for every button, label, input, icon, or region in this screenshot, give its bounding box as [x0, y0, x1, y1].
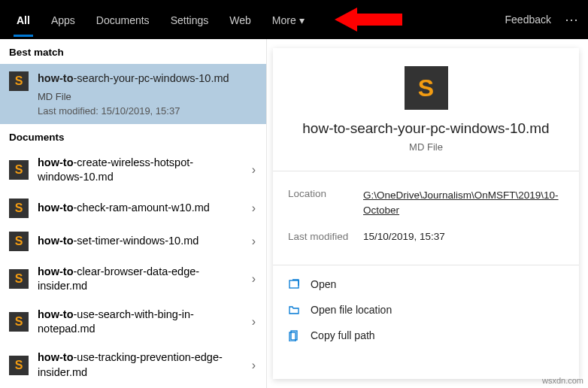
chevron-right-icon[interactable]: › — [252, 315, 256, 329]
modified-label: Last modified — [288, 231, 363, 242]
chevron-right-icon[interactable]: › — [252, 272, 256, 286]
section-best-match: Best match — [0, 39, 266, 64]
open-location-action[interactable]: Open file location — [288, 297, 564, 323]
content-area: Best match S how-to-search-your-pc-windo… — [0, 39, 588, 388]
annotation-arrow-icon — [335, 6, 402, 33]
modified-value: 15/10/2019, 15:37 — [363, 231, 564, 242]
chevron-right-icon[interactable]: › — [252, 202, 256, 215]
open-icon — [288, 278, 300, 290]
list-item-title: how-to-clear-browser-data-edge-insider.m… — [38, 265, 257, 294]
best-match-title: how-to-search-your-pc-windows-10.md — [38, 71, 257, 86]
sublime-file-icon: S — [9, 312, 29, 332]
tab-more[interactable]: More▾ — [262, 2, 315, 37]
preview-title: how-to-search-your-pc-windows-10.md — [288, 120, 564, 137]
sublime-file-icon: S — [9, 71, 29, 91]
list-item-title: how-to-use-tracking-prevention-edge-insi… — [38, 350, 257, 380]
preview-filetype: MD File — [288, 141, 564, 153]
open-action[interactable]: Open — [288, 271, 564, 297]
chevron-right-icon[interactable]: › — [252, 163, 256, 177]
tab-settings[interactable]: Settings — [160, 2, 220, 37]
sublime-file-icon: S — [9, 356, 29, 375]
list-item[interactable]: S how-to-set-timer-windows-10.md › — [0, 225, 266, 258]
list-item[interactable]: S how-to-use-search-with-bing-in-notepad… — [0, 301, 266, 344]
copy-icon — [288, 329, 300, 341]
svg-rect-1 — [289, 280, 299, 288]
results-pane: Best match S how-to-search-your-pc-windo… — [0, 39, 267, 388]
preview-file-icon: S — [405, 66, 448, 110]
list-item[interactable]: S how-to-create-wireless-hotspot-windows… — [0, 149, 266, 192]
preview-pane: S how-to-search-your-pc-windows-10.md MD… — [273, 48, 579, 379]
open-location-label: Open file location — [311, 304, 392, 316]
watermark: wsxdn.com — [542, 376, 583, 385]
tab-web[interactable]: Web — [219, 2, 262, 37]
location-label: Location — [288, 188, 363, 219]
tab-apps[interactable]: Apps — [41, 2, 86, 37]
sublime-file-icon: S — [9, 232, 29, 251]
copy-path-label: Copy full path — [311, 329, 375, 341]
sublime-file-icon: S — [9, 199, 29, 218]
more-options-icon[interactable]: ⋯ — [565, 11, 579, 28]
best-match-filetype: MD File — [38, 91, 257, 102]
tab-documents[interactable]: Documents — [86, 2, 160, 37]
best-match-modified: Last modified: 15/10/2019, 15:37 — [38, 105, 257, 117]
tab-all[interactable]: All — [6, 2, 41, 37]
feedback-link[interactable]: Feedback — [505, 14, 551, 26]
list-item[interactable]: S how-to-check-ram-amount-w10.md › — [0, 192, 266, 225]
svg-marker-0 — [335, 8, 402, 32]
chevron-right-icon[interactable]: › — [252, 359, 256, 372]
best-match-item[interactable]: S how-to-search-your-pc-windows-10.md MD… — [0, 64, 266, 124]
list-item-title: how-to-check-ram-amount-w10.md — [38, 201, 257, 216]
folder-icon — [288, 304, 300, 316]
open-label: Open — [311, 278, 336, 290]
top-tabs-bar: All Apps Documents Settings Web More▾ Fe… — [0, 0, 588, 39]
sublime-file-icon: S — [9, 160, 29, 180]
list-item-title: how-to-set-timer-windows-10.md — [38, 234, 257, 249]
list-item-title: how-to-create-wireless-hotspot-windows-1… — [38, 156, 257, 185]
list-item[interactable]: S how-to-clear-browser-data-edge-insider… — [0, 258, 266, 301]
chevron-right-icon[interactable]: › — [252, 235, 256, 248]
section-documents: Documents — [0, 124, 266, 149]
chevron-down-icon: ▾ — [299, 14, 305, 26]
list-item[interactable]: S how-to-use-tracking-prevention-edge-in… — [0, 344, 266, 386]
location-link[interactable]: G:\OneDrive\Journalism\OnMSFT\2019\10-Oc… — [363, 188, 564, 219]
sublime-file-icon: S — [9, 269, 29, 289]
copy-path-action[interactable]: Copy full path — [288, 323, 564, 348]
list-item-title: how-to-use-search-with-bing-in-notepad.m… — [38, 308, 257, 337]
